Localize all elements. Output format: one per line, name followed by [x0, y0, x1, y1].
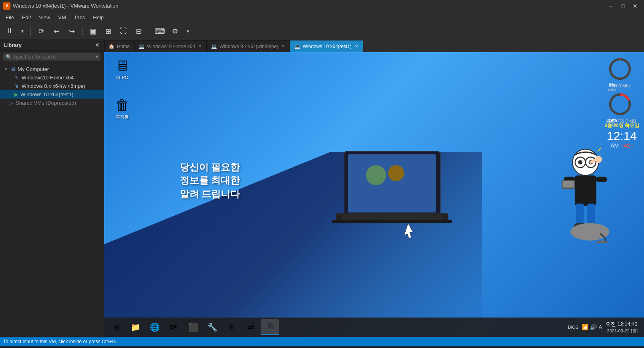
vm-screen[interactable]: 🖥 내 PC 🗑 휴지통 당신이 필요한 정보를 최대한 알려 드립니다	[104, 52, 644, 337]
pc-icon-image: 🖥	[115, 59, 129, 73]
maximize-button[interactable]: □	[618, 2, 629, 10]
console-button[interactable]: ⌨	[153, 25, 166, 37]
tree-label-my-computer: My Computer	[18, 66, 49, 72]
svg-point-14	[595, 156, 602, 163]
search-input[interactable]	[13, 54, 96, 60]
bios-label: BIOS	[568, 325, 578, 330]
tree-node-win10-test1[interactable]: ▶ Windows 10 x64(test1)	[0, 90, 104, 99]
svg-point-2	[366, 165, 386, 185]
taskbar-clock[interactable]: 오전 12:14:43 2021-03-22 [월]	[606, 321, 638, 334]
tab-win10-test1-label: Windows 10 x64(test1)	[303, 44, 352, 49]
tree-node-win8[interactable]: 🖱 Windows 8.x x64(win8mpe)	[0, 82, 104, 90]
view-normal-button[interactable]: ▣	[87, 25, 99, 37]
window-controls: ─ □ ✕	[606, 2, 641, 10]
status-message: To direct input to this VM, click inside…	[3, 339, 117, 344]
svg-rect-16	[575, 176, 596, 206]
taskbar-active-app-button[interactable]: 🖥	[261, 319, 279, 335]
tab-win10-home[interactable]: 💻 Windows10 Home x64 ✕	[134, 40, 207, 52]
trash-icon-label: 휴지통	[116, 114, 129, 120]
search-bar[interactable]: 🔍 ▾	[3, 53, 101, 61]
desktop-background: 🖥 내 PC 🗑 휴지통 당신이 필요한 정보를 최대한 알려 드립니다	[104, 52, 644, 337]
suspend-button[interactable]: ⏸	[3, 25, 16, 37]
tabs-bar: 🏠 Home 💻 Windows10 Home x64 ✕ 💻 Windows …	[104, 39, 644, 52]
taskbar-explorer-button[interactable]: 📁	[127, 319, 144, 335]
vm-icon-win10-home: 🖱	[14, 75, 19, 81]
svg-point-28	[610, 59, 630, 79]
cpu-gauge-label: 0% CPU	[608, 83, 616, 92]
tree-node-win10-home[interactable]: 🖱 Windows10 Home x64	[0, 73, 104, 82]
cpu-label-text: CPU	[608, 88, 616, 92]
vm-icon-win10-test1: ▶	[14, 92, 18, 97]
window-title: Windows 10 x64(test1) - VMware Workstati…	[13, 3, 606, 9]
tab-win10-home-close[interactable]: ✕	[197, 44, 202, 49]
menu-file[interactable]: File	[2, 13, 18, 22]
svg-rect-17	[576, 204, 584, 225]
character-illustration	[559, 149, 612, 241]
tab-win10-test1[interactable]: 💻 Windows 10 x64(test1) ✕	[290, 40, 363, 52]
revert-button[interactable]: ↩	[50, 25, 63, 37]
tree-expand-icon: ▼	[4, 67, 10, 71]
laptop-svg	[320, 143, 464, 255]
search-icon: 🔍	[6, 54, 12, 60]
tree-label-shared: Shared VMs (Deprecated)	[16, 100, 76, 106]
taskbar-edge-button[interactable]: 🌐	[146, 319, 163, 335]
library-tree: ▼ 🖥 My Computer 🖱 Windows10 Home x64 🖱 W…	[0, 63, 104, 337]
tab-home-label: Home	[117, 44, 130, 49]
menu-vm[interactable]: VM	[54, 13, 70, 22]
menu-tabs[interactable]: Tabs	[70, 13, 89, 22]
tab-win10-test1-close[interactable]: ✕	[354, 44, 359, 49]
app-icon: V	[3, 2, 10, 10]
ram-gauge-svg	[608, 92, 632, 116]
taskbar-system-tray: BIOS 📶 🔊 A 오전 12:14:43 2021-03-22 [월]	[568, 321, 641, 334]
clock-widget: 3월 22일 화요일 12:14 AM ·:42 ·	[604, 122, 639, 149]
vm-icon-win8: 🖱	[14, 83, 19, 89]
search-dropdown-button[interactable]: ▾	[96, 54, 98, 60]
minimize-button[interactable]: ─	[606, 2, 617, 10]
win10-test1-tab-icon: 💻	[294, 44, 300, 49]
pc-icon-label: 내 PC	[116, 75, 128, 81]
menu-help[interactable]: Help	[89, 13, 108, 22]
tree-node-my-computer[interactable]: ▼ 🖥 My Computer	[0, 65, 104, 73]
toolbar-separator-1	[30, 27, 31, 36]
cpu-widget: 0% CPU 4200 Mhz	[608, 57, 634, 88]
taskbar-start-button[interactable]: ⊞	[107, 319, 125, 335]
taskbar-settings-button[interactable]: ⚙	[223, 319, 240, 335]
volume-tray-icon: 🔊	[590, 324, 597, 330]
view-fullscreen-button[interactable]: ⛶	[117, 25, 130, 37]
settings-button[interactable]: ⚙	[169, 25, 181, 37]
sidebar-title: Library	[4, 42, 22, 48]
tree-node-shared[interactable]: ▷ Shared VMs (Deprecated)	[0, 99, 104, 107]
tab-win8[interactable]: 💻 Windows 8.x x64(win8mpe) ✕	[207, 40, 290, 52]
view-compact-button[interactable]: ⊞	[102, 25, 115, 37]
taskbar-tools-button[interactable]: 🔧	[203, 319, 221, 335]
menu-view[interactable]: View	[35, 13, 54, 22]
sidebar-close-button[interactable]: ✕	[95, 42, 100, 48]
character-svg	[559, 147, 612, 243]
ampm-text: AM	[610, 142, 619, 149]
close-button[interactable]: ✕	[630, 2, 641, 10]
svg-point-27	[594, 241, 610, 243]
vm-area: 🏠 Home 💻 Windows10 Home x64 ✕ 💻 Windows …	[104, 39, 644, 337]
trash-icon-image: 🗑	[115, 98, 129, 112]
laptop-illustration	[320, 143, 464, 255]
svg-rect-1	[348, 154, 436, 212]
taskbar-transfer-button[interactable]: ⇄	[242, 319, 260, 335]
svg-line-25	[598, 148, 601, 152]
snapshot-revert-button[interactable]: ↪	[65, 25, 78, 37]
svg-marker-7	[404, 223, 413, 239]
power-cycle-button[interactable]: ⟳	[35, 25, 48, 37]
desktop-icon-trash[interactable]: 🗑 휴지통	[108, 96, 136, 121]
settings-dropdown[interactable]: ▾	[184, 27, 192, 35]
titlebar: V Windows 10 x64(test1) - VMware Worksta…	[0, 0, 644, 12]
suspend-dropdown[interactable]: ▾	[18, 27, 26, 35]
keyboard-tray-icon: A	[598, 324, 602, 330]
taskbar-store-button[interactable]: 🛍	[165, 319, 183, 335]
view-unity-button[interactable]: ⊟	[132, 25, 145, 37]
taskbar-terminal-button[interactable]: ⬛	[184, 319, 202, 335]
tab-win8-close[interactable]: ✕	[281, 44, 286, 49]
desktop-icon-pc[interactable]: 🖥 내 PC	[108, 57, 136, 82]
menu-edit[interactable]: Edit	[18, 13, 35, 22]
home-tab-icon: 🏠	[109, 44, 115, 49]
tab-home[interactable]: 🏠 Home	[104, 40, 134, 52]
svg-point-26	[570, 223, 609, 241]
